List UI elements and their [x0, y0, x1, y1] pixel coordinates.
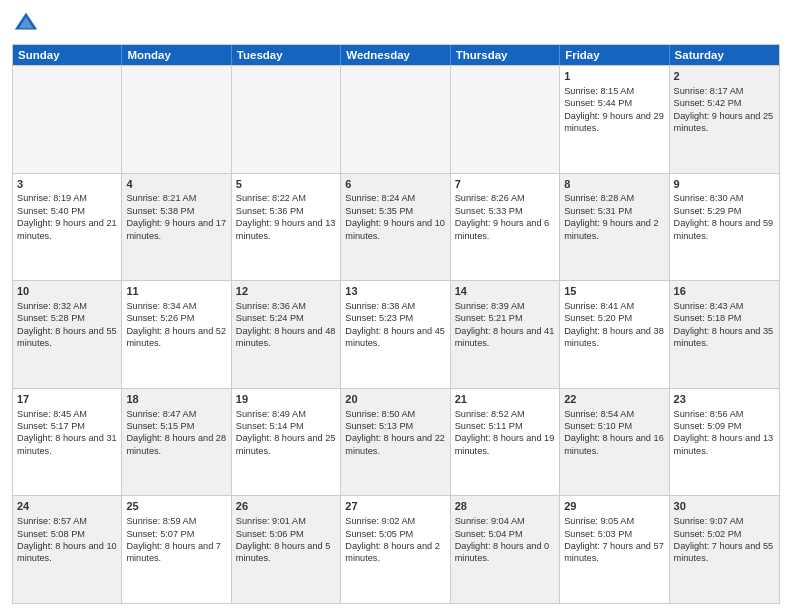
- cal-cell: 12Sunrise: 8:36 AM Sunset: 5:24 PM Dayli…: [232, 281, 341, 388]
- day-number: 8: [564, 177, 664, 192]
- cell-info: Sunrise: 8:28 AM Sunset: 5:31 PM Dayligh…: [564, 192, 664, 242]
- cal-cell: 5Sunrise: 8:22 AM Sunset: 5:36 PM Daylig…: [232, 174, 341, 281]
- cal-cell: 21Sunrise: 8:52 AM Sunset: 5:11 PM Dayli…: [451, 389, 560, 496]
- cal-cell: 8Sunrise: 8:28 AM Sunset: 5:31 PM Daylig…: [560, 174, 669, 281]
- day-number: 6: [345, 177, 445, 192]
- day-number: 18: [126, 392, 226, 407]
- cell-info: Sunrise: 8:56 AM Sunset: 5:09 PM Dayligh…: [674, 408, 775, 458]
- day-number: 14: [455, 284, 555, 299]
- calendar: SundayMondayTuesdayWednesdayThursdayFrid…: [12, 44, 780, 604]
- cal-cell: 15Sunrise: 8:41 AM Sunset: 5:20 PM Dayli…: [560, 281, 669, 388]
- day-number: 12: [236, 284, 336, 299]
- cal-cell: 24Sunrise: 8:57 AM Sunset: 5:08 PM Dayli…: [13, 496, 122, 603]
- cal-cell: 17Sunrise: 8:45 AM Sunset: 5:17 PM Dayli…: [13, 389, 122, 496]
- day-number: 16: [674, 284, 775, 299]
- day-number: 10: [17, 284, 117, 299]
- day-number: 2: [674, 69, 775, 84]
- day-number: 7: [455, 177, 555, 192]
- cell-info: Sunrise: 8:41 AM Sunset: 5:20 PM Dayligh…: [564, 300, 664, 350]
- cell-info: Sunrise: 9:01 AM Sunset: 5:06 PM Dayligh…: [236, 515, 336, 565]
- cal-cell: 18Sunrise: 8:47 AM Sunset: 5:15 PM Dayli…: [122, 389, 231, 496]
- cal-cell: [13, 66, 122, 173]
- cell-info: Sunrise: 8:52 AM Sunset: 5:11 PM Dayligh…: [455, 408, 555, 458]
- cal-cell: 4Sunrise: 8:21 AM Sunset: 5:38 PM Daylig…: [122, 174, 231, 281]
- cell-info: Sunrise: 8:26 AM Sunset: 5:33 PM Dayligh…: [455, 192, 555, 242]
- cal-cell: 30Sunrise: 9:07 AM Sunset: 5:02 PM Dayli…: [670, 496, 779, 603]
- cell-info: Sunrise: 8:36 AM Sunset: 5:24 PM Dayligh…: [236, 300, 336, 350]
- cal-cell: 2Sunrise: 8:17 AM Sunset: 5:42 PM Daylig…: [670, 66, 779, 173]
- cell-info: Sunrise: 9:02 AM Sunset: 5:05 PM Dayligh…: [345, 515, 445, 565]
- cell-info: Sunrise: 8:50 AM Sunset: 5:13 PM Dayligh…: [345, 408, 445, 458]
- calendar-row-5: 24Sunrise: 8:57 AM Sunset: 5:08 PM Dayli…: [13, 495, 779, 603]
- cal-cell: 6Sunrise: 8:24 AM Sunset: 5:35 PM Daylig…: [341, 174, 450, 281]
- calendar-row-4: 17Sunrise: 8:45 AM Sunset: 5:17 PM Dayli…: [13, 388, 779, 496]
- cal-cell: 29Sunrise: 9:05 AM Sunset: 5:03 PM Dayli…: [560, 496, 669, 603]
- day-number: 9: [674, 177, 775, 192]
- cell-info: Sunrise: 8:22 AM Sunset: 5:36 PM Dayligh…: [236, 192, 336, 242]
- day-number: 1: [564, 69, 664, 84]
- day-number: 26: [236, 499, 336, 514]
- day-number: 30: [674, 499, 775, 514]
- header-saturday: Saturday: [670, 45, 779, 65]
- day-number: 27: [345, 499, 445, 514]
- day-number: 3: [17, 177, 117, 192]
- header-friday: Friday: [560, 45, 669, 65]
- cal-cell: 25Sunrise: 8:59 AM Sunset: 5:07 PM Dayli…: [122, 496, 231, 603]
- cell-info: Sunrise: 9:04 AM Sunset: 5:04 PM Dayligh…: [455, 515, 555, 565]
- cal-cell: [122, 66, 231, 173]
- cal-cell: 16Sunrise: 8:43 AM Sunset: 5:18 PM Dayli…: [670, 281, 779, 388]
- header-thursday: Thursday: [451, 45, 560, 65]
- header-sunday: Sunday: [13, 45, 122, 65]
- cal-cell: 3Sunrise: 8:19 AM Sunset: 5:40 PM Daylig…: [13, 174, 122, 281]
- header-wednesday: Wednesday: [341, 45, 450, 65]
- cell-info: Sunrise: 8:15 AM Sunset: 5:44 PM Dayligh…: [564, 85, 664, 135]
- day-number: 17: [17, 392, 117, 407]
- day-number: 21: [455, 392, 555, 407]
- cal-cell: 20Sunrise: 8:50 AM Sunset: 5:13 PM Dayli…: [341, 389, 450, 496]
- cal-cell: 7Sunrise: 8:26 AM Sunset: 5:33 PM Daylig…: [451, 174, 560, 281]
- cell-info: Sunrise: 8:32 AM Sunset: 5:28 PM Dayligh…: [17, 300, 117, 350]
- cal-cell: [451, 66, 560, 173]
- cal-cell: 1Sunrise: 8:15 AM Sunset: 5:44 PM Daylig…: [560, 66, 669, 173]
- cell-info: Sunrise: 8:43 AM Sunset: 5:18 PM Dayligh…: [674, 300, 775, 350]
- cal-cell: 10Sunrise: 8:32 AM Sunset: 5:28 PM Dayli…: [13, 281, 122, 388]
- cell-info: Sunrise: 9:05 AM Sunset: 5:03 PM Dayligh…: [564, 515, 664, 565]
- cal-cell: 13Sunrise: 8:38 AM Sunset: 5:23 PM Dayli…: [341, 281, 450, 388]
- day-number: 28: [455, 499, 555, 514]
- cal-cell: 22Sunrise: 8:54 AM Sunset: 5:10 PM Dayli…: [560, 389, 669, 496]
- cal-cell: [232, 66, 341, 173]
- day-number: 24: [17, 499, 117, 514]
- cell-info: Sunrise: 8:47 AM Sunset: 5:15 PM Dayligh…: [126, 408, 226, 458]
- header: [12, 10, 780, 38]
- cell-info: Sunrise: 8:19 AM Sunset: 5:40 PM Dayligh…: [17, 192, 117, 242]
- cell-info: Sunrise: 8:21 AM Sunset: 5:38 PM Dayligh…: [126, 192, 226, 242]
- day-number: 23: [674, 392, 775, 407]
- cell-info: Sunrise: 8:38 AM Sunset: 5:23 PM Dayligh…: [345, 300, 445, 350]
- cal-cell: 9Sunrise: 8:30 AM Sunset: 5:29 PM Daylig…: [670, 174, 779, 281]
- cell-info: Sunrise: 8:49 AM Sunset: 5:14 PM Dayligh…: [236, 408, 336, 458]
- day-number: 29: [564, 499, 664, 514]
- cell-info: Sunrise: 8:57 AM Sunset: 5:08 PM Dayligh…: [17, 515, 117, 565]
- day-number: 11: [126, 284, 226, 299]
- cell-info: Sunrise: 8:59 AM Sunset: 5:07 PM Dayligh…: [126, 515, 226, 565]
- calendar-row-2: 3Sunrise: 8:19 AM Sunset: 5:40 PM Daylig…: [13, 173, 779, 281]
- day-number: 25: [126, 499, 226, 514]
- cell-info: Sunrise: 8:45 AM Sunset: 5:17 PM Dayligh…: [17, 408, 117, 458]
- day-number: 13: [345, 284, 445, 299]
- cell-info: Sunrise: 9:07 AM Sunset: 5:02 PM Dayligh…: [674, 515, 775, 565]
- day-number: 19: [236, 392, 336, 407]
- logo-icon: [12, 10, 40, 38]
- cell-info: Sunrise: 8:30 AM Sunset: 5:29 PM Dayligh…: [674, 192, 775, 242]
- calendar-body: 1Sunrise: 8:15 AM Sunset: 5:44 PM Daylig…: [13, 65, 779, 603]
- day-number: 20: [345, 392, 445, 407]
- calendar-header: SundayMondayTuesdayWednesdayThursdayFrid…: [13, 45, 779, 65]
- page: SundayMondayTuesdayWednesdayThursdayFrid…: [0, 0, 792, 612]
- cal-cell: 26Sunrise: 9:01 AM Sunset: 5:06 PM Dayli…: [232, 496, 341, 603]
- cell-info: Sunrise: 8:17 AM Sunset: 5:42 PM Dayligh…: [674, 85, 775, 135]
- cal-cell: 28Sunrise: 9:04 AM Sunset: 5:04 PM Dayli…: [451, 496, 560, 603]
- cell-info: Sunrise: 8:24 AM Sunset: 5:35 PM Dayligh…: [345, 192, 445, 242]
- cal-cell: 27Sunrise: 9:02 AM Sunset: 5:05 PM Dayli…: [341, 496, 450, 603]
- day-number: 15: [564, 284, 664, 299]
- logo: [12, 10, 44, 38]
- calendar-row-3: 10Sunrise: 8:32 AM Sunset: 5:28 PM Dayli…: [13, 280, 779, 388]
